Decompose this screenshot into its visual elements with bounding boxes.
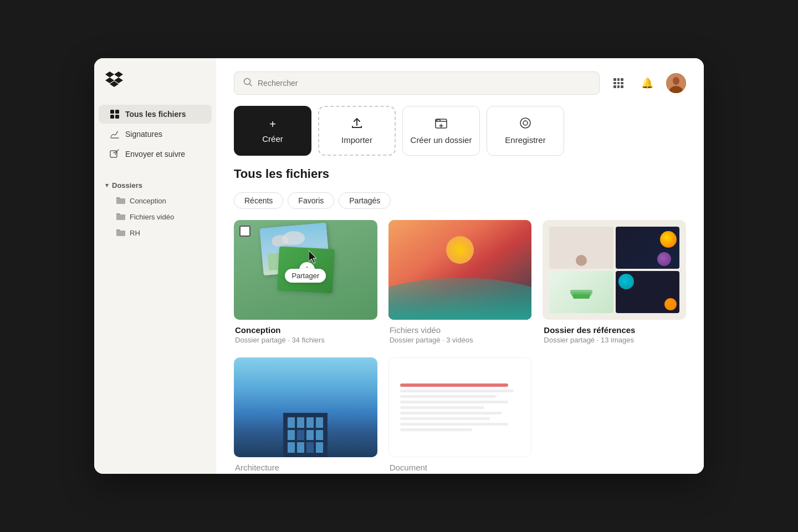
user-avatar[interactable]	[666, 73, 686, 93]
mouse-cursor	[309, 250, 320, 264]
action-buttons: + Créer Importer	[234, 106, 686, 156]
importer-label: Importer	[341, 135, 372, 145]
file-card-info-document: Document Partagé · 2 fichiers	[388, 457, 532, 474]
enregistrer-button[interactable]: Enregistrer	[487, 106, 564, 156]
file-card-info-video: Fichiers vidéo Dossier partagé · 3 vidéo…	[388, 320, 532, 346]
file-card-conception[interactable]: Partager ⋮ Co	[234, 220, 377, 346]
file-card-info-architecture: Architecture Dossier · 8 fichiers	[234, 457, 377, 474]
folder-label: Fichiers vidéo	[130, 213, 174, 221]
file-card-fichiers-video[interactable]: Fichiers vidéo Dossier partagé · 3 vidéo…	[388, 220, 532, 346]
svg-point-14	[520, 118, 530, 128]
send-icon	[110, 149, 120, 159]
header: 🔔	[234, 71, 686, 95]
creer-dossier-label: Créer un dossier	[411, 135, 472, 145]
file-meta-conception: Dossier partagé · 34 fichiers	[235, 336, 376, 344]
file-card-info-references: Dossier des références Dossier partagé ·…	[543, 320, 686, 346]
svg-line-7	[249, 84, 252, 86]
video-thumb-inner	[388, 220, 532, 320]
file-meta-document: Partagé · 2 fichiers	[390, 473, 531, 474]
svg-rect-1	[115, 110, 119, 114]
file-card-references[interactable]: Dossier des références Dossier partagé ·…	[543, 220, 686, 346]
dossiers-section-header[interactable]: ▾ Dossiers	[94, 172, 216, 193]
filter-tab-favoris[interactable]: Favoris	[288, 192, 334, 209]
enregistrer-label: Enregistrer	[505, 135, 545, 145]
header-actions: 🔔	[608, 73, 686, 93]
svg-rect-3	[115, 115, 119, 119]
files-grid: Partager ⋮ Co	[234, 220, 686, 474]
share-menu: Partager	[285, 269, 326, 283]
app-window: Tous les fichiers Signatures	[94, 58, 704, 474]
creer-button[interactable]: + Créer	[234, 106, 311, 156]
svg-point-9	[673, 77, 679, 85]
file-thumb-video	[388, 220, 532, 320]
sidebar: Tous les fichiers Signatures	[94, 58, 216, 474]
plus-icon: +	[269, 119, 276, 130]
hover-overlay: Partager ⋮	[234, 220, 377, 320]
doc-lines	[400, 383, 520, 431]
file-thumb-architecture	[234, 357, 377, 457]
sidebar-item-envoyer-et-suivre[interactable]: Envoyer et suivre	[99, 145, 212, 163]
sidebar-item-signatures[interactable]: Signatures	[99, 125, 212, 144]
sidebar-item-label: Tous les fichiers	[125, 110, 186, 119]
dropbox-logo-icon	[105, 71, 123, 87]
folder-icon	[116, 212, 125, 222]
sidebar-item-label: Signatures	[125, 130, 162, 139]
files-icon	[110, 109, 120, 119]
file-name-conception: Conception	[235, 325, 376, 335]
tous-les-fichiers-title: Tous les fichiers	[234, 167, 686, 181]
sidebar-folder-conception[interactable]: Conception	[99, 193, 212, 209]
upload-icon	[351, 117, 363, 131]
svg-rect-2	[110, 115, 114, 119]
file-name-document: Document	[390, 463, 531, 472]
ref-img-4	[616, 271, 679, 313]
folder-label: RH	[130, 229, 140, 237]
ref-img-3	[549, 271, 613, 313]
file-card-architecture[interactable]: Architecture Dossier · 8 fichiers	[234, 357, 377, 474]
ref-img-2	[616, 227, 679, 269]
sidebar-logo	[94, 71, 216, 105]
ref-img-1	[549, 227, 613, 269]
svg-point-15	[523, 121, 528, 125]
main-content: 🔔 + Créer	[216, 58, 704, 474]
folder-icon	[116, 228, 125, 238]
folder-label: Conception	[130, 197, 166, 205]
file-thumb-references	[543, 220, 686, 320]
file-card-info-conception: Conception Dossier partagé · 34 fichiers	[234, 320, 377, 346]
sidebar-folder-rh[interactable]: RH	[99, 225, 212, 241]
bell-icon: 🔔	[641, 77, 653, 89]
dossiers-label: Dossiers	[112, 181, 142, 190]
select-checkbox[interactable]	[239, 226, 250, 237]
creer-dossier-button[interactable]: Créer un dossier	[402, 106, 480, 156]
grid-icon	[613, 78, 623, 88]
notifications-button[interactable]: 🔔	[637, 73, 657, 93]
search-bar[interactable]	[234, 71, 600, 95]
file-meta-references: Dossier partagé · 13 images	[544, 336, 685, 344]
record-icon	[519, 117, 531, 131]
file-name-video: Fichiers vidéo	[390, 325, 531, 335]
chevron-down-icon: ▾	[105, 182, 109, 189]
signature-icon	[110, 129, 120, 139]
avatar-image	[666, 73, 686, 93]
file-card-document[interactable]: Document Partagé · 2 fichiers	[388, 357, 532, 474]
file-thumb-conception: Partager ⋮	[234, 220, 377, 320]
creer-label: Créer	[262, 134, 283, 144]
sidebar-item-tous-les-fichiers[interactable]: Tous les fichiers	[99, 105, 212, 124]
filter-tab-partages[interactable]: Partagés	[339, 192, 391, 209]
file-meta-architecture: Dossier · 8 fichiers	[235, 473, 376, 474]
filter-tab-recents[interactable]: Récents	[234, 192, 283, 209]
building-silhouette	[283, 413, 328, 457]
file-name-references: Dossier des références	[544, 325, 685, 335]
search-input[interactable]	[258, 79, 590, 88]
file-meta-video: Dossier partagé · 3 vidéos	[390, 336, 531, 344]
grid-menu-button[interactable]	[608, 73, 628, 93]
sidebar-folder-fichiers-video[interactable]: Fichiers vidéo	[99, 209, 212, 225]
file-name-architecture: Architecture	[235, 463, 376, 472]
folder-icon	[116, 196, 125, 206]
sidebar-navigation: Tous les fichiers Signatures	[94, 105, 216, 163]
svg-rect-0	[110, 110, 114, 114]
share-label: Partager	[291, 272, 319, 280]
search-icon	[243, 78, 252, 89]
importer-button[interactable]: Importer	[318, 106, 396, 156]
sidebar-item-label: Envoyer et suivre	[125, 150, 185, 158]
file-thumb-document	[388, 357, 532, 457]
